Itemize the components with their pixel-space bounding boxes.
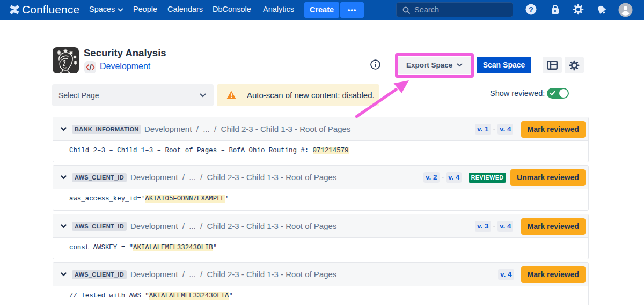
svg-text:?: ? bbox=[529, 5, 533, 14]
